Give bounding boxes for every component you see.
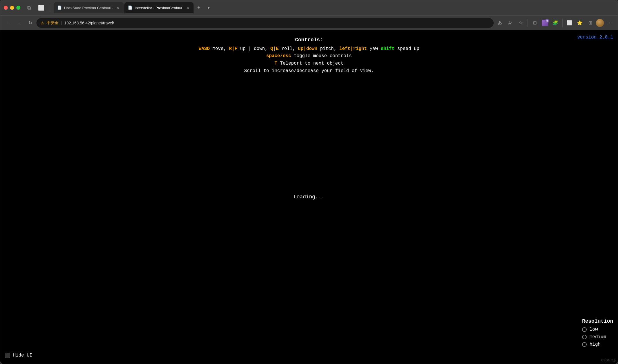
browser-frame: ⧉ ⬜ 📄 HackSudo Proxima Centauri - ✕ 📄 In…: [0, 0, 618, 364]
tab-close-1[interactable]: ✕: [116, 5, 120, 10]
close-button[interactable]: [4, 6, 8, 10]
key-leftright: left|right: [339, 46, 367, 51]
nav-bar: ← → ↻ ⚠ 不安全 | 192.168.56.42/planet/trave…: [0, 15, 618, 30]
watermark: CSON ©版: [601, 358, 617, 363]
controls-title: Controls:: [199, 36, 419, 44]
reader-button[interactable]: Aᵃ: [506, 18, 515, 28]
text-pitch: pitch,: [320, 46, 339, 51]
tab-favicon-2: 📄: [128, 5, 132, 10]
text-move: move,: [213, 46, 229, 51]
loading-text: Loading...: [293, 194, 325, 200]
translate-icon: あ: [498, 20, 502, 26]
resolution-option-high[interactable]: high: [582, 342, 613, 347]
text-speedup: speed up: [397, 46, 419, 51]
tab-title-2: Interstellar - ProximaCentauri: [135, 6, 183, 10]
bookmark-button[interactable]: ☆: [516, 18, 525, 28]
split-icon: ⬜: [567, 20, 572, 26]
puzzle-icon: 🧩: [553, 20, 558, 26]
text-teleport: Teleport to next object: [280, 61, 343, 66]
separator: [50, 4, 50, 12]
text-roll: roll,: [281, 46, 298, 51]
key-updown: up|down: [298, 46, 317, 51]
collections-button[interactable]: ⊞: [586, 18, 595, 28]
tab-overflow-button[interactable]: ▾: [204, 3, 213, 12]
security-label: 不安全: [47, 20, 59, 26]
text-toggle: toggle mouse controls: [294, 53, 352, 59]
resolution-option-medium[interactable]: medium: [582, 334, 613, 340]
puzzle-button[interactable]: 🧩: [551, 18, 560, 28]
tab-close-2[interactable]: ✕: [186, 5, 190, 10]
resolution-option-low[interactable]: low: [582, 327, 613, 332]
key-spaceesc: space/esc: [266, 53, 291, 59]
more-icon: ⋯: [607, 20, 612, 26]
controls-overlay: Controls: WASD move, R|F up | down, Q|E …: [199, 36, 419, 75]
reload-icon: ↻: [28, 20, 32, 26]
favorites-button[interactable]: ⭐: [575, 18, 584, 28]
resolution-panel: Resolution low medium high: [582, 318, 613, 349]
nav-separator-1: [528, 19, 528, 27]
extensions-button[interactable]: 9: [540, 18, 550, 28]
maximize-button[interactable]: [16, 6, 20, 10]
tab-list-icon[interactable]: ⬜: [36, 3, 47, 12]
text-updown: up | down,: [240, 46, 271, 51]
hide-ui-container[interactable]: Hide UI: [5, 353, 32, 358]
forward-button[interactable]: →: [15, 18, 24, 28]
address-separator: |: [61, 21, 62, 25]
extension-badge: 9: [545, 19, 549, 23]
version-link[interactable]: version 2.0.1: [577, 35, 613, 40]
collections-icon: ⊞: [588, 20, 592, 26]
key-t: T: [275, 61, 277, 66]
resolution-title: Resolution: [582, 318, 613, 324]
forward-icon: →: [17, 20, 22, 26]
favorites-icon: ⭐: [577, 20, 583, 26]
key-shift: shift: [381, 46, 395, 51]
hide-ui-checkbox[interactable]: [5, 353, 10, 358]
tab-interstellar[interactable]: 📄 Interstellar - ProximaCentauri ✕: [124, 2, 194, 13]
address-bar[interactable]: ⚠ 不安全 | 192.168.56.42/planet/travel/: [36, 18, 494, 28]
traffic-lights: [4, 6, 20, 10]
resolution-label-high: high: [590, 342, 600, 347]
resolution-label-low: low: [590, 327, 598, 332]
key-rf: R|F: [229, 46, 237, 51]
security-warning-icon: ⚠: [40, 21, 44, 25]
reader-icon: Aᵃ: [508, 21, 512, 25]
resolution-radio-medium[interactable]: [582, 335, 587, 339]
controls-line-2: space/esc toggle mouse controls: [199, 53, 419, 60]
key-wasd: WASD: [199, 46, 210, 51]
controls-line-1: WASD move, R|F up | down, Q|E roll, up|d…: [199, 45, 419, 53]
tabs-container: 📄 HackSudo Proxima Centauri - ✕ 📄 Inters…: [54, 2, 614, 13]
profile-avatar[interactable]: [596, 19, 604, 27]
resolution-label-medium: medium: [590, 334, 606, 340]
tab-hacksudo[interactable]: 📄 HackSudo Proxima Centauri - ✕: [54, 2, 124, 13]
nav-icons-right: あ Aᵃ ☆ ⊞ 9 🧩 ⬜ ⭐: [495, 18, 614, 28]
grid-button[interactable]: ⊞: [530, 18, 539, 28]
text-scroll: Scroll to increase/decrease your field o…: [244, 68, 374, 73]
tab-title-1: HackSudo Proxima Centauri -: [64, 6, 113, 10]
back-icon: ←: [6, 20, 11, 26]
content-area: Controls: WASD move, R|F up | down, Q|E …: [0, 30, 618, 364]
split-button[interactable]: ⬜: [565, 18, 574, 28]
grid-icon: ⊞: [533, 20, 537, 26]
key-qe: Q|E: [271, 46, 279, 51]
minimize-button[interactable]: [10, 6, 14, 10]
title-bar: ⧉ ⬜ 📄 HackSudo Proxima Centauri - ✕ 📄 In…: [0, 0, 618, 15]
back-button[interactable]: ←: [4, 18, 13, 28]
tab-favicon-1: 📄: [57, 5, 62, 10]
translate-button[interactable]: あ: [495, 18, 505, 28]
controls-line-3: T Teleport to next object: [199, 60, 419, 67]
resolution-radio-low[interactable]: [582, 327, 587, 332]
hide-ui-label: Hide UI: [13, 353, 32, 358]
more-button[interactable]: ⋯: [605, 18, 614, 28]
sidebar-icon[interactable]: ⧉: [25, 4, 33, 12]
bookmark-icon: ☆: [519, 20, 523, 26]
url-text: 192.168.56.42/planet/travel/: [64, 21, 114, 25]
resolution-radio-high[interactable]: [582, 342, 587, 347]
nav-separator-2: [562, 19, 563, 27]
new-tab-button[interactable]: +: [194, 3, 203, 12]
text-yaw: yaw: [370, 46, 381, 51]
reload-button[interactable]: ↻: [26, 18, 35, 28]
controls-line-4: Scroll to increase/decrease your field o…: [199, 67, 419, 75]
